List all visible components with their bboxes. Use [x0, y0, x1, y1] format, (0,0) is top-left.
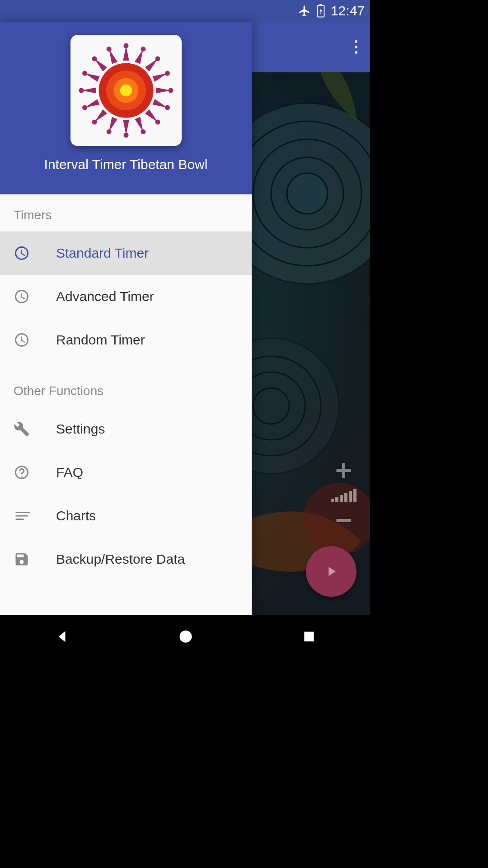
drawer-item-label: Charts — [56, 508, 96, 524]
svg-rect-1 — [319, 4, 322, 5]
mandala-icon — [76, 41, 176, 140]
bars-icon — [14, 508, 30, 524]
volume-control: + − — [331, 460, 357, 531]
drawer-item-faq[interactable]: FAQ — [0, 451, 252, 494]
svg-point-18 — [180, 631, 192, 643]
svg-point-17 — [120, 85, 131, 96]
drawer-item-label: FAQ — [56, 465, 83, 480]
clock-icon — [14, 288, 30, 305]
svg-point-13 — [123, 43, 128, 48]
status-time: 12:47 — [331, 3, 365, 19]
volume-up-button[interactable]: + — [335, 460, 352, 481]
navigation-drawer: Interval Timer Tibetan Bowl Timers Stand… — [0, 22, 252, 615]
section-title-other: Other Functions — [0, 370, 252, 407]
play-icon — [324, 562, 339, 580]
recents-button[interactable] — [302, 629, 316, 644]
drawer-item-label: Advanced Timer — [56, 289, 154, 304]
play-fab[interactable] — [306, 546, 357, 597]
section-title-timers: Timers — [0, 194, 252, 231]
volume-level-icon — [331, 489, 357, 502]
status-bar: 12:47 — [0, 0, 370, 22]
question-icon — [14, 464, 30, 481]
drawer-item-advanced-timer[interactable]: Advanced Timer — [0, 275, 252, 318]
drawer-body[interactable]: Timers Standard Timer Advanced Timer Ran… — [0, 194, 252, 615]
clock-icon — [14, 332, 30, 348]
drawer-item-label: Standard Timer — [56, 245, 149, 261]
back-button[interactable] — [54, 628, 70, 645]
save-icon — [14, 551, 30, 567]
drawer-item-random-timer[interactable]: Random Timer — [0, 318, 252, 362]
drawer-item-backup[interactable]: Backup/Restore Data — [0, 538, 252, 581]
volume-down-button[interactable]: − — [335, 510, 352, 531]
battery-charging-icon — [316, 4, 325, 18]
drawer-item-label: Backup/Restore Data — [56, 552, 185, 567]
overflow-menu-button[interactable] — [355, 40, 357, 54]
drawer-item-settings[interactable]: Settings — [0, 407, 252, 451]
clock-icon — [14, 245, 30, 261]
svg-rect-19 — [304, 632, 314, 641]
app-icon — [70, 35, 182, 146]
drawer-item-standard-timer[interactable]: Standard Timer — [0, 231, 252, 275]
home-button[interactable] — [178, 628, 194, 645]
app-title: Interval Timer Tibetan Bowl — [44, 157, 208, 172]
drawer-item-label: Random Timer — [56, 332, 145, 348]
airplane-icon — [298, 5, 311, 17]
wrench-icon — [14, 421, 30, 437]
system-nav-bar — [0, 615, 370, 658]
drawer-item-charts[interactable]: Charts — [0, 494, 252, 538]
drawer-item-label: Settings — [56, 421, 105, 437]
drawer-header: Interval Timer Tibetan Bowl — [0, 22, 252, 194]
